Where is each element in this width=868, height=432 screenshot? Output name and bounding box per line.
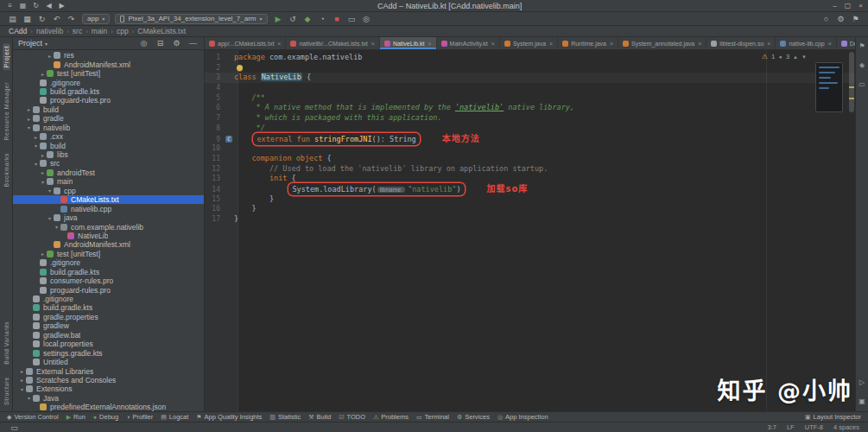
tree-item-main[interactable]: ▾main	[13, 177, 204, 186]
tool-stripe-build-variants[interactable]: Build Variants	[3, 321, 10, 365]
expand-arrow-icon[interactable]: ▾	[18, 386, 26, 392]
expand-arrow-icon[interactable]: ▾	[46, 187, 54, 194]
tree-item-build[interactable]: ▸build	[13, 105, 204, 114]
apply-changes-icon[interactable]: ↺	[288, 14, 299, 24]
tool-window-button-services[interactable]: ⚙Services	[457, 413, 490, 421]
code-line-1[interactable]: 1package com.example.nativelib	[205, 53, 855, 63]
tree-item-gradlew[interactable]: gradlew	[13, 321, 204, 330]
run-icon[interactable]: ▶	[273, 14, 284, 24]
tab-nativelib-cmakelists-txt[interactable]: nativelib/...CMakeLists.txt×	[286, 37, 379, 49]
code-line-5[interactable]: 5 /**	[205, 93, 855, 104]
next-problem-icon[interactable]: ▼	[801, 54, 807, 60]
close-icon[interactable]: ×	[371, 41, 375, 47]
tree-item-nativelib[interactable]: ▾nativelib	[13, 124, 204, 132]
tool-window-button-build[interactable]: ⚒Build	[308, 413, 331, 421]
line-number[interactable]: 10	[205, 143, 224, 154]
hide-panel-icon[interactable]: —	[187, 38, 199, 48]
status-segment-utf-8[interactable]: UTF-8	[805, 423, 823, 431]
close-icon[interactable]: ×	[767, 41, 770, 47]
line-number[interactable]: 3	[205, 73, 224, 83]
line-number[interactable]: 6	[205, 103, 224, 113]
expand-arrow-icon[interactable]: ▸	[25, 116, 33, 122]
code-line-7[interactable]: 7 * which is packaged with this applicat…	[205, 113, 855, 124]
tree-item-build-gradle-kts[interactable]: build.gradle.kts	[13, 303, 204, 312]
expand-arrow-icon[interactable]: ▸	[25, 106, 33, 112]
tree-item-gradle[interactable]: ▸gradle	[13, 114, 204, 123]
expand-arrow-icon[interactable]: ▸	[39, 169, 47, 175]
tool-window-button-app-inspection[interactable]: ◎App Inspection	[497, 413, 548, 421]
expand-arrow-icon[interactable]: ▸	[18, 377, 26, 383]
status-segment-3-7[interactable]: 3:7	[768, 423, 776, 431]
tree-item-libs[interactable]: ▸libs	[13, 150, 204, 159]
tree-item-test-unittest[interactable]: ▸test [unitTest]	[13, 250, 204, 258]
tool-window-button-todo[interactable]: ☑TODO	[339, 413, 365, 421]
tree-item-res[interactable]: ▸res	[13, 51, 204, 60]
tree-item-cxx[interactable]: ▸.cxx	[13, 132, 204, 141]
line-number[interactable]: 7	[205, 113, 224, 124]
back-icon[interactable]: ◀	[44, 1, 54, 11]
line-number[interactable]: 11	[205, 154, 224, 164]
tree-item-external-libraries[interactable]: ▸External Libraries	[13, 366, 204, 375]
expand-arrow-icon[interactable]: ▸	[39, 71, 47, 77]
line-number[interactable]: 8	[205, 124, 224, 134]
code-line-12[interactable]: 12 // Used to load the 'nativelib' libra…	[205, 164, 855, 175]
line-number[interactable]: 15	[205, 194, 224, 205]
tool-window-button-version-control[interactable]: ◆Version Control	[7, 413, 59, 421]
tab-system-annotated-java[interactable]: System_annotated.java×	[618, 37, 706, 49]
minimize-button[interactable]: –	[833, 2, 836, 10]
tab-native-lib-cpp[interactable]: native-lib.cpp×	[776, 37, 836, 49]
tree-item-gradlew-bat[interactable]: gradlew.bat	[13, 331, 204, 340]
tab-libtest-dlopen-so[interactable]: libtest-dlopen.so×	[706, 37, 776, 49]
tab-runtime-java[interactable]: Runtime.java×	[558, 37, 618, 49]
tree-item-build-gradle-kts[interactable]: build.gradle.kts	[13, 87, 204, 96]
tree-item-androidtest[interactable]: ▸androidTest	[13, 168, 204, 177]
code-line-11[interactable]: 11 companion object {	[205, 154, 855, 164]
open-icon[interactable]: ▤	[7, 14, 18, 24]
inspections-widget[interactable]: ⚠ 1 ● 3 ▲ ▼	[762, 53, 807, 60]
tab-nativelib-kt[interactable]: NativeLib.kt×	[380, 37, 437, 49]
tool-stripe-bookmarks[interactable]: Bookmarks	[3, 153, 10, 187]
notifications-icon[interactable]: ⚑	[857, 41, 868, 52]
tree-item-proguard-rules-pro[interactable]: proguard-rules.pro	[13, 285, 204, 294]
tool-window-button-statistic[interactable]: ▥Statistic	[269, 413, 301, 421]
tree-item-androidmanifest-xml[interactable]: AndroidManifest.xml	[13, 60, 204, 68]
scrollbar-thumb[interactable]	[849, 52, 854, 112]
settings-icon[interactable]: ⚙	[835, 14, 846, 24]
code-line-6[interactable]: 6 * A native method that is implemented …	[205, 103, 855, 113]
tab-mainactivity-kt[interactable]: MainActivity.kt×	[437, 37, 500, 49]
tree-item-gitignore[interactable]: .gitignore	[13, 258, 204, 267]
code-line-14[interactable]: 14 System.loadLibrary(libname:"nativelib…	[205, 184, 855, 194]
collapse-all-icon[interactable]: ⊟	[155, 38, 166, 48]
tool-window-button-logcat[interactable]: ▤Logcat	[161, 413, 188, 421]
code-line-8[interactable]: 8 */	[205, 124, 855, 134]
tool-stripe-resource-manager[interactable]: Resource Manager	[3, 82, 10, 141]
tree-item-extensions[interactable]: ▾Extensions	[13, 384, 204, 393]
device-manager-icon[interactable]: ▭	[346, 14, 358, 24]
tree-item-consumer-rules-pro[interactable]: consumer-rules.pro	[13, 276, 204, 285]
stop-icon[interactable]: ■	[332, 14, 343, 24]
expand-arrow-icon[interactable]: ▾	[46, 215, 54, 221]
sync-icon[interactable]: ↻	[36, 14, 48, 24]
tree-item-nativelib-cpp[interactable]: nativelib.cpp	[13, 204, 204, 213]
debug-icon[interactable]: ◆	[302, 14, 314, 24]
app-menu-icon[interactable]: ≡	[5, 1, 15, 11]
close-icon[interactable]: ×	[277, 41, 281, 47]
tree-item-untitled[interactable]: Untitled	[13, 358, 204, 366]
close-icon[interactable]: ×	[698, 41, 701, 47]
module-selector[interactable]: app ▾	[82, 14, 110, 24]
profiler-icon[interactable]: ◔	[317, 14, 328, 24]
settings-icon[interactable]: ⚙	[171, 38, 182, 48]
close-icon[interactable]: ×	[549, 41, 553, 47]
forward-icon[interactable]: ▶	[57, 1, 67, 11]
window-layout-icon[interactable]: ▭	[9, 422, 20, 432]
maximize-button[interactable]: ▢	[845, 2, 852, 10]
tab-app-cmakelists-txt[interactable]: app/...CMakeLists.txt×	[205, 37, 286, 49]
save-all-icon[interactable]: ▦	[22, 14, 33, 24]
prev-problem-icon[interactable]: ▲	[793, 54, 798, 60]
emulator-icon[interactable]: ▷	[857, 378, 868, 388]
tool-window-button-app-quality-insights[interactable]: ⚑App Quality Insights	[196, 413, 262, 421]
notifications-icon[interactable]: ⚑	[850, 14, 861, 24]
tool-window-button-run[interactable]: ▶Run	[67, 413, 86, 421]
locate-file-icon[interactable]: ◎	[138, 38, 149, 48]
tool-window-button-debug[interactable]: ●Debug	[93, 413, 118, 421]
